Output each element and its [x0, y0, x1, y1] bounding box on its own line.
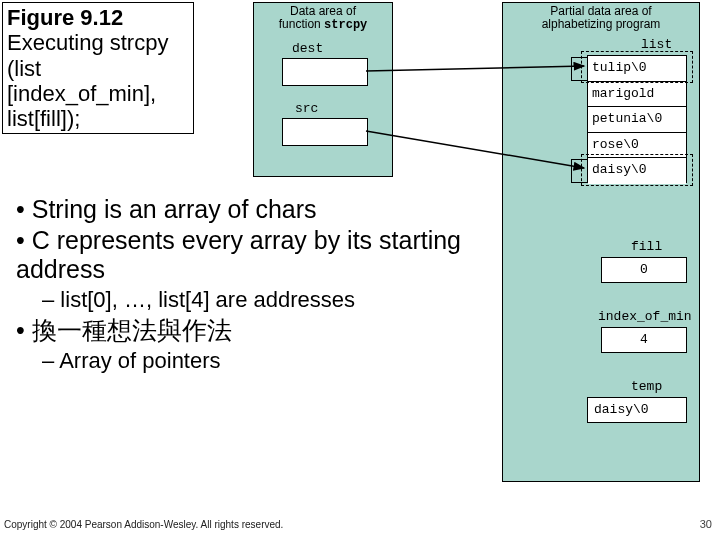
dest-box	[282, 58, 368, 86]
list-item: tulip\0	[588, 56, 686, 82]
list-item: petunia\0	[588, 107, 686, 133]
panel-title: Partial data area of alphabetizing progr…	[503, 3, 699, 33]
temp-label: temp	[631, 379, 662, 394]
figure-caption: Figure 9.12 Executing strcpy (list [inde…	[2, 2, 194, 134]
slide-number: 30	[700, 518, 712, 530]
bullet-text: 換一種想法與作法	[32, 316, 232, 344]
src-box	[282, 118, 368, 146]
list-item: marigold	[588, 82, 686, 108]
bullet-text: Array of pointers	[59, 348, 220, 373]
src-label: src	[295, 101, 318, 116]
dest-label: dest	[292, 41, 323, 56]
title-line: function	[279, 17, 321, 31]
title-mono: strcpy	[324, 18, 367, 32]
alpha-data-area: Partial data area of alphabetizing progr…	[502, 2, 700, 482]
bracket-icon	[571, 57, 587, 81]
bracket-icon	[571, 159, 587, 183]
title-line: Data area of	[290, 4, 356, 18]
fill-label: fill	[631, 239, 662, 254]
copyright-text: Copyright © 2004 Pearson Addison-Wesley.…	[4, 519, 283, 530]
memory-diagram: Data area of function strcpy dest src Pa…	[210, 0, 720, 540]
title-line: Partial data area of	[550, 4, 651, 18]
list-item: daisy\0	[588, 158, 686, 184]
title-line: alphabetizing program	[542, 17, 661, 31]
panel-title: Data area of function strcpy	[254, 3, 392, 34]
list-item: rose\0	[588, 133, 686, 159]
fill-box: 0	[601, 257, 687, 283]
figure-text: Executing strcpy (list [index_of_min], l…	[7, 30, 168, 131]
list-label: list	[641, 37, 672, 52]
index-of-min-label: index_of_min	[598, 309, 692, 324]
temp-box: daisy\0	[587, 397, 687, 423]
strcpy-data-area: Data area of function strcpy dest src	[253, 2, 393, 177]
list-array: tulip\0 marigold petunia\0 rose\0 daisy\…	[587, 55, 687, 183]
index-of-min-box: 4	[601, 327, 687, 353]
figure-label: Figure 9.12	[7, 5, 123, 30]
